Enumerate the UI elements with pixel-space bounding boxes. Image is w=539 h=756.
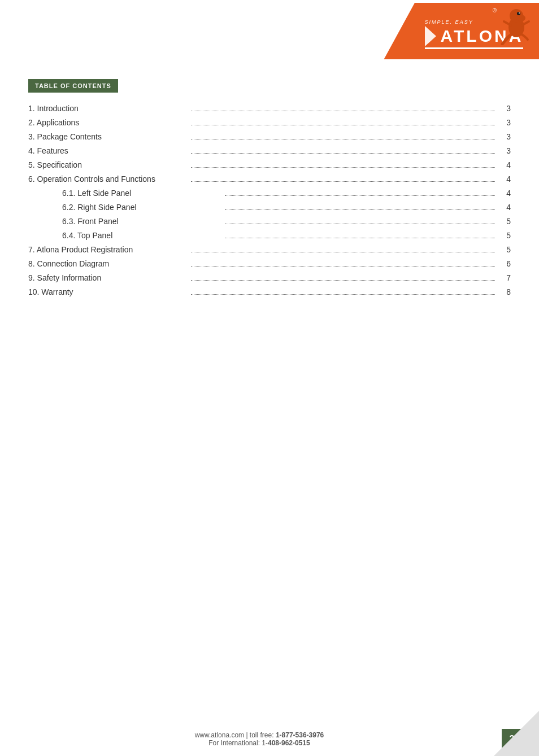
toc-label: 6. Operation Controls and Functions bbox=[28, 174, 186, 183]
lizard-mascot bbox=[499, 6, 533, 45]
toc-page: 3 bbox=[499, 104, 511, 113]
toc-dots bbox=[191, 266, 495, 266]
toc-page: 8 bbox=[499, 287, 511, 296]
toc-dots bbox=[191, 280, 495, 281]
svg-marker-0 bbox=[425, 26, 436, 46]
toc-row: 4. Features3 bbox=[28, 146, 511, 156]
toc-dots bbox=[225, 209, 495, 210]
toc-dots bbox=[191, 153, 495, 154]
toc-page: 5 bbox=[499, 231, 511, 240]
toc-label: 6.3. Front Panel bbox=[62, 217, 220, 226]
toc-row: 10. Warranty8 bbox=[28, 287, 511, 297]
footer-intl-label: For International: 1- bbox=[208, 739, 268, 747]
logo-area: SIMPLE. EASY ATLONA bbox=[370, 3, 539, 59]
registered-mark: ® bbox=[493, 7, 497, 14]
toc-dots bbox=[225, 238, 495, 238]
toc-row: 3. Package Contents3 bbox=[28, 132, 511, 142]
toc-page: 5 bbox=[499, 217, 511, 226]
toc-label: 7. Atlona Product Registration bbox=[28, 245, 186, 254]
main-content: TABLE OF CONTENTS 1. Introduction32. App… bbox=[0, 62, 539, 358]
toc-row: 5. Specification4 bbox=[28, 160, 511, 170]
toc-page: 4 bbox=[499, 203, 511, 212]
toc-title: TABLE OF CONTENTS bbox=[28, 79, 118, 93]
svg-point-5 bbox=[519, 12, 520, 14]
toc-label: 10. Warranty bbox=[28, 287, 186, 296]
toc-row: 1. Introduction3 bbox=[28, 104, 511, 113]
toc-page: 3 bbox=[499, 146, 511, 155]
toc-page: 5 bbox=[499, 245, 511, 254]
toc-label: 5. Specification bbox=[28, 160, 186, 169]
toc-label: 1. Introduction bbox=[28, 104, 186, 113]
toc-row: 6.3. Front Panel5 bbox=[28, 217, 511, 226]
toc-row: 7. Atlona Product Registration5 bbox=[28, 245, 511, 255]
toc-label: 3. Package Contents bbox=[28, 132, 186, 141]
svg-point-4 bbox=[517, 12, 520, 15]
footer-website: www.atlona.com | toll free: bbox=[195, 731, 276, 739]
toc-row: 8. Connection Diagram6 bbox=[28, 259, 511, 269]
footer-phone2: 408-962-0515 bbox=[268, 739, 310, 747]
footer-line1: www.atlona.com | toll free: 1-877-536-39… bbox=[17, 731, 502, 739]
toc-page: 4 bbox=[499, 189, 511, 198]
toc-row: 6.1. Left Side Panel4 bbox=[28, 189, 511, 198]
toc-label: 6.4. Top Panel bbox=[62, 231, 220, 240]
toc-page: 4 bbox=[499, 174, 511, 183]
toc-label: 4. Features bbox=[28, 146, 186, 155]
toc-dots bbox=[191, 167, 495, 168]
footer-phone1: 1-877-536-3976 bbox=[276, 731, 324, 739]
toc-dots bbox=[225, 195, 495, 196]
toc-label: 6.1. Left Side Panel bbox=[62, 189, 220, 198]
toc-row: 6. Operation Controls and Functions4 bbox=[28, 174, 511, 184]
toc-label: 6.2. Right Side Panel bbox=[62, 203, 220, 212]
toc-label: 2. Applications bbox=[28, 118, 186, 127]
toc-label: 8. Connection Diagram bbox=[28, 259, 186, 268]
svg-point-3 bbox=[516, 15, 525, 21]
page-footer: www.atlona.com | toll free: 1-877-536-39… bbox=[0, 722, 539, 756]
toc-row: 6.4. Top Panel5 bbox=[28, 231, 511, 241]
toc-dots bbox=[191, 125, 495, 125]
page-header: SIMPLE. EASY ATLONA bbox=[0, 0, 539, 62]
footer-line2: For International: 1-408-962-0515 bbox=[17, 739, 502, 747]
logo-content: SIMPLE. EASY ATLONA bbox=[381, 3, 539, 59]
toc-dots bbox=[191, 111, 495, 111]
toc-dots bbox=[191, 252, 495, 252]
toc-page: 3 bbox=[499, 132, 511, 141]
toc-page: 4 bbox=[499, 160, 511, 169]
arrow-icon bbox=[425, 26, 442, 46]
toc-row: 6.2. Right Side Panel4 bbox=[28, 203, 511, 212]
toc-dots bbox=[191, 294, 495, 295]
toc-page: 6 bbox=[499, 259, 511, 268]
toc-dots bbox=[191, 181, 495, 182]
toc-dots bbox=[225, 224, 495, 224]
toc-page: 3 bbox=[499, 118, 511, 127]
toc-table: 1. Introduction32. Applications33. Packa… bbox=[28, 104, 511, 297]
toc-row: 9. Safety Information7 bbox=[28, 273, 511, 283]
toc-page: 7 bbox=[499, 273, 511, 282]
toc-label: 9. Safety Information bbox=[28, 273, 186, 282]
tagline: SIMPLE. EASY bbox=[425, 19, 473, 25]
toc-row: 2. Applications3 bbox=[28, 118, 511, 128]
toc-dots bbox=[191, 139, 495, 139]
footer-text: www.atlona.com | toll free: 1-877-536-39… bbox=[17, 731, 502, 747]
